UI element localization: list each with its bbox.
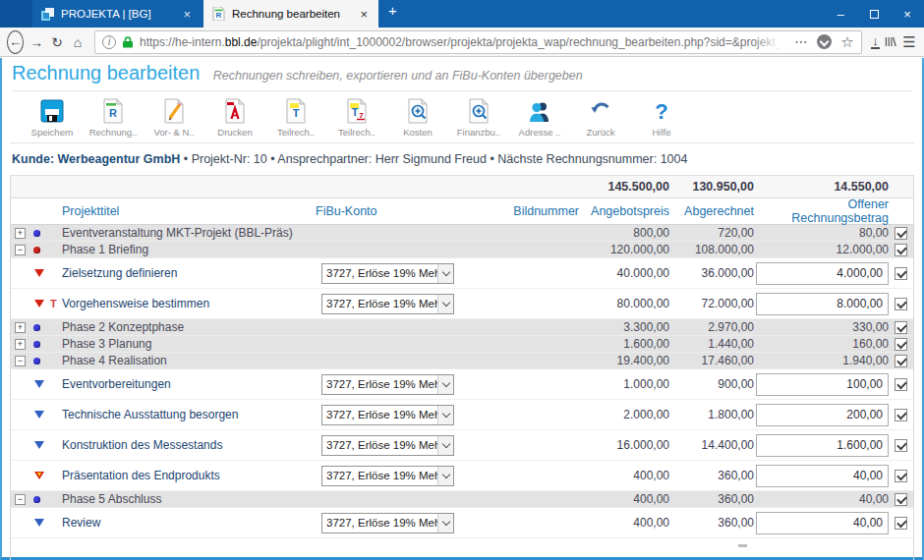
row-checkbox[interactable]	[895, 355, 907, 367]
downloads-button[interactable]: ↓	[871, 35, 881, 49]
resize-grip[interactable]	[738, 544, 747, 547]
offener-betrag-input[interactable]	[756, 434, 889, 457]
task-title-link[interactable]: Technische Ausstattung besorgen	[62, 408, 316, 421]
collapse-icon[interactable]	[15, 245, 26, 255]
table-row: Phase 1 Briefing 120.000,00 108.000,00 1…	[11, 242, 913, 258]
row-checkbox[interactable]	[895, 439, 907, 452]
row-checkbox[interactable]	[895, 517, 907, 530]
offener-betrag-input[interactable]	[756, 293, 889, 315]
bookmark-star-icon[interactable]: ☆	[840, 33, 853, 51]
invoice-document-icon: R	[100, 98, 126, 124]
url-bar[interactable]: i https://he-intern.bbl.de/projekta/plig…	[94, 30, 862, 54]
fibu-konto-select[interactable]: 3727, Erlöse 19% Mehrwerts	[321, 466, 454, 486]
drucken-button[interactable]: Drucken	[204, 98, 265, 138]
task-title-link[interactable]: Präsentation des Endprodukts	[62, 469, 316, 482]
finanzbuchhaltung-button[interactable]: Finanzbu..	[448, 98, 509, 138]
svg-text:T: T	[293, 107, 300, 119]
group-title: Eventveranstaltung MKT-Projekt (BBL-Präs…	[62, 226, 316, 240]
url-text: https://he-intern.bbl.de/projekta/plight…	[140, 35, 788, 49]
offener-betrag-value: 330,00	[754, 320, 892, 334]
angebotspreis-value: 400,00	[579, 469, 669, 482]
projekta-logo-icon	[41, 8, 54, 21]
tab-rechnung-bearbeiten[interactable]: R Rechnung bearbeiten ×	[203, 0, 378, 28]
teilrechnung-7-button[interactable]: T7 Teilrech..	[326, 98, 387, 138]
row-checkbox[interactable]	[895, 298, 907, 310]
offener-betrag-input[interactable]	[756, 262, 889, 285]
fibu-konto-select[interactable]: 3727, Erlöse 19% Mehrwerts	[321, 513, 454, 533]
page-header: Rechnung bearbeiten Rechnungen schreiben…	[10, 58, 914, 91]
page-title: Rechnung bearbeiten	[12, 62, 200, 84]
fibu-konto-select[interactable]: 3727, Erlöse 19% Mehrwerts	[321, 405, 454, 425]
select-value: 3727, Erlöse 19% Mehrwerts	[322, 378, 437, 390]
browser-window: PROJEKTA | [BG] × R Rechnung bearbeiten …	[0, 0, 924, 560]
collapse-icon[interactable]	[15, 356, 26, 366]
fibu-konto-select[interactable]: 3727, Erlöse 19% Mehrwerts	[321, 374, 454, 395]
expand-icon[interactable]	[15, 228, 26, 239]
minimize-button[interactable]: –	[824, 0, 857, 28]
abgerechnet-value: 360,00	[669, 469, 754, 482]
vor-nachtexte-button[interactable]: Vor- & N..	[144, 98, 204, 138]
url-actions: ⋯ ☆	[794, 33, 853, 51]
zurueck-button[interactable]: Zurück	[570, 98, 631, 138]
fibu-konto-select[interactable]: 3727, Erlöse 19% Mehrwerts	[321, 294, 454, 314]
rechnung-button[interactable]: R Rechnung..	[83, 98, 144, 138]
back-button[interactable]: ←	[7, 30, 24, 54]
row-checkbox[interactable]	[895, 267, 907, 280]
close-button[interactable]: ×	[891, 0, 924, 28]
close-icon[interactable]: ×	[358, 7, 370, 22]
row-checkbox[interactable]	[895, 470, 907, 482]
partial-invoice-icon: T	[283, 98, 309, 124]
home-button[interactable]: ⌂	[70, 35, 86, 49]
row-checkbox[interactable]	[895, 409, 907, 421]
row-checkbox[interactable]	[895, 338, 907, 351]
site-info-icon[interactable]: i	[102, 35, 116, 49]
close-icon[interactable]: ×	[181, 7, 193, 22]
hilfe-button[interactable]: ? Hilfe	[631, 98, 692, 138]
speichern-button[interactable]: Speichern	[22, 98, 83, 138]
offener-betrag-input[interactable]	[756, 465, 889, 487]
angebotspreis-value: 3.300,00	[579, 320, 669, 334]
expand-icon[interactable]	[15, 322, 26, 333]
teilrechnung-button[interactable]: T Teilrech..	[265, 98, 326, 138]
task-title-link[interactable]: Eventvorbereitungen	[62, 377, 316, 391]
row-checkbox[interactable]	[895, 227, 907, 240]
row-checkbox[interactable]	[895, 493, 907, 506]
offener-betrag-value: 40,00	[754, 492, 892, 506]
abgerechnet-value: 72.000,00	[669, 297, 754, 310]
pocket-icon[interactable]	[817, 34, 832, 49]
fibu-konto-select[interactable]: 3727, Erlöse 19% Mehrwerts	[321, 263, 454, 284]
offener-betrag-input[interactable]	[756, 373, 889, 396]
task-title-link[interactable]: Konstruktion des Messestands	[62, 438, 316, 452]
angebotspreis-value: 120.000,00	[579, 243, 669, 256]
task-title-link[interactable]: Vorgehensweise bestimmen	[62, 297, 316, 310]
blue-triangle-icon	[34, 519, 44, 527]
expand-icon[interactable]	[15, 339, 26, 350]
maximize-button[interactable]	[857, 0, 891, 28]
reload-button[interactable]: ↻	[49, 35, 65, 49]
adresse-button[interactable]: Adresse ..	[509, 98, 570, 138]
fibu-konto-select[interactable]: 3727, Erlöse 19% Mehrwerts	[321, 435, 454, 456]
page-actions-icon[interactable]: ⋯	[794, 34, 808, 49]
menu-icon[interactable]: ☰	[901, 34, 917, 49]
red-yellow-triangle-icon	[34, 472, 44, 479]
task-title-link[interactable]: Zielsetzung definieren	[62, 266, 316, 280]
col-bildnummer: Bildnummer	[455, 204, 579, 218]
angebotspreis-value: 2.000,00	[579, 408, 669, 421]
table-row: Vorgehensweise bestimmen 3727, Erlöse 19…	[11, 289, 913, 319]
task-title-link[interactable]: Review	[62, 516, 316, 530]
row-checkbox[interactable]	[895, 244, 907, 256]
offener-betrag-input[interactable]	[756, 404, 889, 426]
offener-betrag-input[interactable]	[756, 512, 889, 534]
library-icon[interactable]	[885, 34, 896, 49]
col-projekttitel: Projekttitel	[62, 204, 316, 218]
collapse-icon[interactable]	[15, 494, 26, 505]
new-tab-button[interactable]: +	[378, 0, 409, 28]
button-label: Hilfe	[652, 127, 670, 138]
svg-text:?: ?	[655, 99, 667, 124]
kosten-button[interactable]: Kosten	[387, 98, 448, 138]
tab-projekta[interactable]: PROJEKTA | [BG] ×	[32, 0, 202, 28]
row-checkbox[interactable]	[895, 321, 907, 334]
forward-button[interactable]: →	[29, 35, 44, 49]
row-checkbox[interactable]	[895, 378, 907, 391]
select-value: 3727, Erlöse 19% Mehrwerts	[322, 439, 437, 451]
